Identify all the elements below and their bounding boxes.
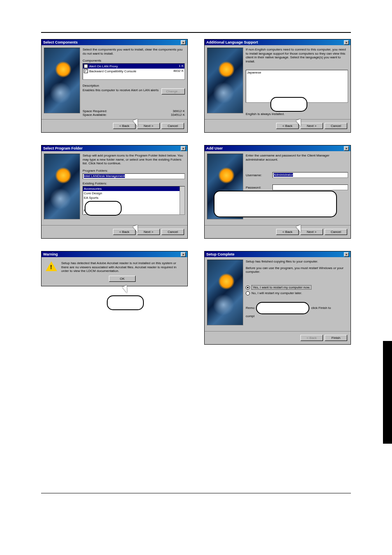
- folder-item[interactable]: Core Design: [83, 191, 180, 196]
- close-icon[interactable]: ×: [344, 252, 349, 257]
- wizard-image: [44, 154, 80, 219]
- program-folders-label: Program Folders:: [83, 169, 185, 173]
- next-button[interactable]: Next >: [300, 123, 323, 129]
- callout-box: [85, 201, 122, 216]
- add-user-dialog: Add User × Enter the username and passwo…: [204, 145, 351, 239]
- callout-box: [214, 191, 337, 217]
- complete-line1: Setup has finished copying files to your…: [246, 260, 348, 264]
- titlebar: Setup Complete ×: [205, 251, 350, 257]
- instruction-text: Enter the username and password for the …: [246, 154, 348, 161]
- warning-text: Setup has detected that Adobe Acrobat re…: [61, 261, 183, 273]
- titlebar: Add User ×: [205, 145, 350, 151]
- callout-box: [256, 302, 309, 314]
- back-button[interactable]: < Back: [276, 123, 299, 129]
- checkbox-icon[interactable]: [84, 64, 88, 68]
- restart-now-option[interactable]: Yes, I want to restart my computer now.: [246, 286, 348, 290]
- cancel-button[interactable]: Cancel: [161, 123, 184, 129]
- cancel-button[interactable]: Cancel: [325, 123, 347, 129]
- warning-icon: [46, 261, 57, 273]
- username-label: Username:: [246, 173, 268, 177]
- radio-icon[interactable]: [246, 291, 250, 295]
- callout-box: [107, 295, 144, 310]
- space-available-label: Space Available:: [83, 113, 107, 117]
- restart-later-option[interactable]: No, I will restart my computer later.: [246, 291, 348, 295]
- titlebar: Select Program Folder ×: [42, 145, 187, 151]
- language-support-dialog: Additional Language Support × If non-Eng…: [204, 39, 351, 133]
- radio-icon[interactable]: [246, 286, 250, 290]
- setup-complete-dialog: Setup Complete × Setup has finished copy…: [204, 251, 351, 345]
- wizard-image: [207, 260, 243, 325]
- description-label: Description: [83, 84, 185, 88]
- header-rule: [41, 32, 351, 33]
- titlebar: Select Components ×: [42, 39, 187, 45]
- close-icon[interactable]: ×: [344, 40, 349, 45]
- cancel-button[interactable]: Cancel: [325, 229, 347, 235]
- line3-right: click Finish to: [311, 306, 331, 310]
- wizard-image: [207, 48, 243, 113]
- title-text: Warning: [43, 252, 58, 256]
- next-button[interactable]: Next >: [300, 229, 323, 235]
- ok-button[interactable]: OK: [109, 276, 136, 282]
- space-required-value: 36912 K: [173, 109, 185, 113]
- change-button[interactable]: Change...: [161, 88, 185, 94]
- next-button[interactable]: Next >: [137, 229, 160, 235]
- instruction-text: If non-English computers need to connect…: [246, 48, 348, 63]
- instruction-text: Setup will add program icons to the Prog…: [83, 154, 185, 166]
- side-tab: [383, 341, 392, 444]
- folder-item[interactable]: EA Sports: [83, 196, 180, 200]
- warning-dialog-container: Warning × Setup has detected that Adobe …: [41, 251, 188, 345]
- cancel-button[interactable]: Cancel: [161, 229, 184, 235]
- checkbox-icon[interactable]: [84, 69, 88, 73]
- page-content: Select Components × Select the component…: [41, 29, 351, 345]
- folder-item-selected[interactable]: Accessories: [83, 187, 180, 191]
- close-icon[interactable]: ×: [181, 146, 186, 151]
- password-input[interactable]: [272, 184, 348, 190]
- close-icon[interactable]: ×: [344, 146, 349, 151]
- description-text: Enables this computer to receive Alert o…: [83, 88, 159, 92]
- program-folder-dialog: Select Program Folder × Setup will add p…: [41, 145, 188, 239]
- titlebar: Warning ×: [42, 251, 187, 257]
- title-text: Add User: [206, 146, 223, 150]
- select-components-dialog: Select Components × Select the component…: [41, 39, 188, 133]
- program-folder-input[interactable]: Intel LANDesk Management: [83, 173, 185, 179]
- title-text: Setup Complete: [206, 252, 235, 256]
- instruction-text: Select the components you want to instal…: [83, 48, 185, 55]
- existing-folders-label: Existing Folders:: [83, 182, 185, 185]
- title-text: Additional Language Support: [206, 40, 258, 44]
- callout-box: [270, 97, 307, 112]
- back-button[interactable]: < Back: [276, 229, 299, 235]
- dialog-grid: Select Components × Select the component…: [41, 39, 351, 345]
- wizard-image: [44, 48, 80, 113]
- components-listbox[interactable]: Alert On LAN Proxy 1 K Backward Compatib…: [83, 63, 185, 80]
- title-text: Select Program Folder: [43, 146, 83, 150]
- password-label: Password:: [246, 186, 268, 189]
- callout-arrow: [122, 285, 129, 294]
- back-button[interactable]: < Back: [113, 229, 136, 235]
- component-item-selected[interactable]: Alert On LAN Proxy 1 K: [83, 64, 184, 69]
- complete-line2: Before you can use the program, you must…: [246, 266, 348, 274]
- english-note: English is always installed.: [246, 112, 348, 116]
- username-input[interactable]: Administrator: [272, 172, 348, 178]
- warning-dialog: Warning × Setup has detected that Adobe …: [41, 251, 188, 286]
- line4: compl: [246, 314, 348, 318]
- language-item[interactable]: Japanese: [246, 70, 348, 75]
- finish-button[interactable]: Finish: [325, 335, 347, 341]
- footer-rule: [41, 493, 351, 493]
- back-button[interactable]: < Back: [113, 123, 136, 129]
- next-button[interactable]: Next >: [137, 123, 160, 129]
- close-icon[interactable]: ×: [181, 40, 186, 45]
- line3-left: Remo: [246, 306, 254, 310]
- close-icon[interactable]: ×: [181, 252, 186, 257]
- back-button: < Back: [300, 335, 323, 341]
- space-required-label: Space Required:: [83, 109, 107, 113]
- components-label: Components: [83, 59, 185, 62]
- titlebar: Additional Language Support ×: [205, 39, 350, 45]
- scrollbar[interactable]: [180, 187, 184, 214]
- component-item[interactable]: Backward Compatibility Console 4832 K: [83, 69, 184, 74]
- space-available-value: 334512 K: [171, 113, 185, 117]
- title-text: Select Components: [43, 40, 78, 44]
